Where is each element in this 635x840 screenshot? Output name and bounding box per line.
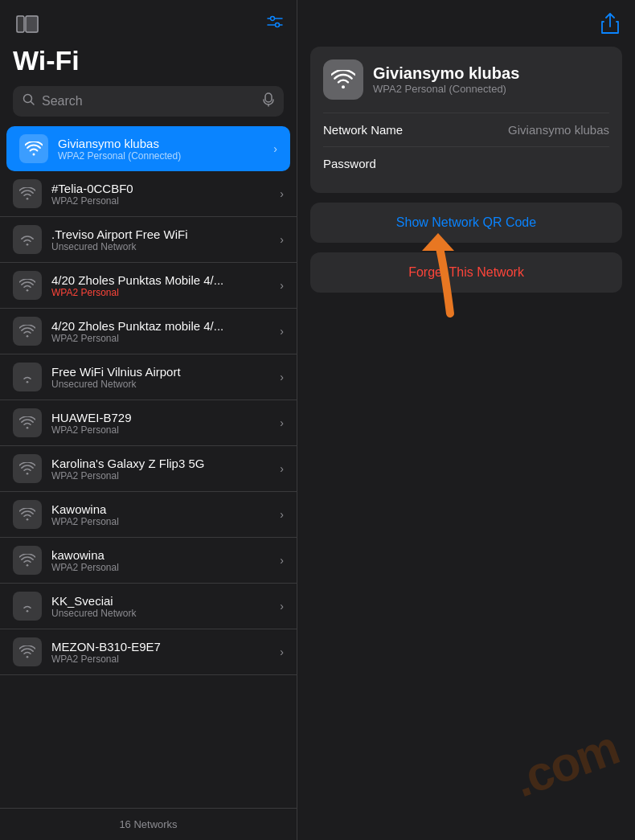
network-status: WPA2 Personal: [51, 470, 280, 481]
svg-rect-4: [26, 16, 38, 32]
networks-count-bar: 16 Networks: [0, 808, 297, 840]
network-status: WPA2 Personal: [51, 195, 280, 207]
network-detail-card: Giviansymo klubas WPA2 Personal (Connect…: [310, 47, 622, 193]
wifi-icon: [13, 408, 42, 437]
password-row: Password: [323, 146, 609, 180]
sidebar-toggle-icon[interactable]: [13, 13, 42, 35]
network-name-value: Giviansymo klubas: [508, 123, 609, 137]
wifi-icon-active: [19, 134, 48, 163]
password-label: Password: [323, 157, 376, 170]
wifi-icon: [13, 317, 42, 346]
wifi-icon: [13, 454, 42, 483]
chevron-icon: ›: [280, 554, 284, 567]
network-info: Karolina's Galaxy Z Flip3 5G WPA2 Person…: [51, 457, 280, 481]
active-network-info: Giviansymo klubas WPA2 Personal (Connect…: [58, 137, 273, 162]
network-status: WPA2 Personal: [51, 562, 280, 573]
network-card-name: Giviansymo klubas: [373, 64, 519, 83]
network-info: Free WiFi Vilnius Airport Unsecured Netw…: [51, 365, 280, 390]
list-item[interactable]: KK_Sveciai Unsecured Network ›: [0, 584, 297, 629]
network-name-row: Network Name Giviansymo klubas: [323, 113, 609, 146]
network-status: WPA2 Personal: [51, 333, 280, 344]
chevron-icon: ›: [280, 279, 284, 292]
list-item[interactable]: kawowina WPA2 Personal ›: [0, 538, 297, 584]
wifi-icon: [13, 637, 42, 666]
wifi-icon: [13, 225, 42, 254]
network-name: KK_Sveciai: [51, 594, 280, 608]
network-info: 4/20 Zholes Punktas Mobile 4/... WPA2 Pe…: [51, 273, 280, 298]
network-info: .Treviso Airport Free WiFi Unsecured Net…: [51, 227, 280, 252]
wifi-icon: [13, 271, 42, 300]
wifi-icon: [13, 179, 42, 208]
network-status: WPA2 Personal: [51, 424, 280, 436]
wifi-icon: [13, 546, 42, 575]
network-name: 4/20 Zholes Punktaz mobile 4/...: [51, 319, 280, 333]
svg-rect-3: [17, 16, 24, 32]
network-card-wifi-icon: [323, 59, 363, 100]
network-name: kawowina: [51, 548, 280, 562]
active-network-status: WPA2 Personal (Connected): [58, 150, 273, 162]
search-icon: [23, 93, 35, 109]
network-info: MEZON-B310-E9E7 WPA2 Personal: [51, 640, 280, 665]
wifi-icon: [13, 592, 42, 621]
right-panel: Giviansymo klubas WPA2 Personal (Connect…: [297, 0, 635, 840]
watermark: .com: [506, 719, 625, 808]
network-name: #Telia-0CCBF0: [51, 182, 280, 195]
network-name: Kawowina: [51, 502, 280, 516]
network-info: kawowina WPA2 Personal: [51, 548, 280, 573]
list-item[interactable]: Kawowina WPA2 Personal ›: [0, 492, 297, 538]
chevron-icon: ›: [280, 508, 284, 521]
network-card-title-block: Giviansymo klubas WPA2 Personal (Connect…: [373, 64, 519, 95]
network-name: MEZON-B310-E9E7: [51, 640, 280, 654]
chevron-icon: ›: [280, 462, 284, 475]
network-name-label: Network Name: [323, 123, 403, 137]
network-status: Unsecured Network: [51, 608, 280, 619]
chevron-icon: ›: [280, 600, 284, 613]
forget-network-button[interactable]: Forget This Network: [310, 252, 622, 293]
network-status: Unsecured Network: [51, 379, 280, 390]
list-item[interactable]: 4/20 Zholes Punktaz mobile 4/... WPA2 Pe…: [0, 309, 297, 354]
svg-rect-13: [265, 93, 272, 102]
search-input[interactable]: [42, 94, 256, 109]
chevron-icon: ›: [280, 187, 284, 200]
left-header: [0, 0, 297, 42]
network-status: WPA2 Personal: [51, 654, 280, 665]
list-item[interactable]: Free WiFi Vilnius Airport Unsecured Netw…: [0, 354, 297, 400]
header-right-icons: [266, 14, 284, 35]
microphone-icon[interactable]: [263, 92, 274, 110]
page-title: Wi-Fi: [0, 42, 297, 86]
network-status: Unsecured Network: [51, 241, 280, 252]
wifi-icon: [13, 363, 42, 391]
list-item[interactable]: .Treviso Airport Free WiFi Unsecured Net…: [0, 217, 297, 263]
share-icon[interactable]: [601, 13, 619, 37]
chevron-icon: ›: [280, 416, 284, 429]
show-qr-button[interactable]: Show Network QR Code: [310, 203, 622, 243]
chevron-icon: ›: [280, 645, 284, 658]
network-name: Free WiFi Vilnius Airport: [51, 365, 280, 379]
chevron-icon: ›: [280, 233, 284, 246]
network-status: WPA2 Personal: [51, 287, 280, 298]
right-top-bar: [310, 13, 622, 37]
network-status: WPA2 Personal: [51, 516, 280, 527]
network-name: .Treviso Airport Free WiFi: [51, 227, 280, 241]
wifi-icon: [13, 500, 42, 529]
network-info: #Telia-0CCBF0 WPA2 Personal: [51, 182, 280, 207]
list-item[interactable]: MEZON-B310-E9E7 WPA2 Personal ›: [0, 629, 297, 675]
list-item[interactable]: HUAWEI-B729 WPA2 Personal ›: [0, 400, 297, 446]
filter-icon[interactable]: [266, 14, 284, 35]
network-name: HUAWEI-B729: [51, 411, 280, 424]
list-item[interactable]: #Telia-0CCBF0 WPA2 Personal ›: [0, 171, 297, 217]
list-item[interactable]: 4/20 Zholes Punktas Mobile 4/... WPA2 Pe…: [0, 263, 297, 309]
network-info: 4/20 Zholes Punktaz mobile 4/... WPA2 Pe…: [51, 319, 280, 344]
network-list: Giviansymo klubas WPA2 Personal (Connect…: [0, 126, 297, 808]
chevron-icon: ›: [280, 325, 284, 338]
network-item-active[interactable]: Giviansymo klubas WPA2 Personal (Connect…: [6, 126, 290, 171]
network-info: Kawowina WPA2 Personal: [51, 502, 280, 527]
svg-line-12: [31, 102, 35, 105]
networks-count: 16 Networks: [119, 818, 177, 830]
active-network-name: Giviansymo klubas: [58, 137, 273, 150]
network-name: Karolina's Galaxy Z Flip3 5G: [51, 457, 280, 470]
chevron-icon: ›: [280, 371, 284, 383]
search-bar[interactable]: [13, 86, 284, 117]
list-item[interactable]: Karolina's Galaxy Z Flip3 5G WPA2 Person…: [0, 446, 297, 492]
left-panel: Wi-Fi: [0, 0, 297, 840]
